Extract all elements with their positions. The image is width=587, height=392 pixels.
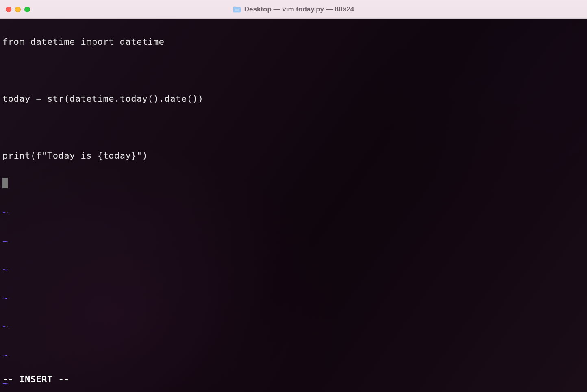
vim-mode-status: -- INSERT --: [2, 372, 70, 386]
empty-line-tilde: ~: [2, 376, 585, 390]
empty-line-tilde: ~: [2, 291, 585, 305]
empty-line-tilde: ~: [2, 262, 585, 277]
code-line: today = str(datetime.today().date()): [2, 91, 585, 106]
empty-line-tilde: ~: [2, 205, 585, 220]
cursor-block: [2, 178, 8, 188]
folder-icon: [233, 6, 241, 13]
empty-line-tilde: ~: [2, 319, 585, 333]
editor-content[interactable]: from datetime import datetime today = st…: [0, 19, 587, 392]
maximize-button[interactable]: [24, 7, 30, 12]
window-title: Desktop — vim today.py — 80×24: [233, 5, 354, 13]
svg-rect-0: [235, 9, 239, 11]
close-button[interactable]: [6, 7, 11, 12]
terminal-viewport[interactable]: from datetime import datetime today = st…: [0, 19, 587, 392]
window-title-text: Desktop — vim today.py — 80×24: [244, 5, 354, 13]
cursor-line: [2, 177, 585, 191]
code-line: [2, 120, 585, 134]
code-line: from datetime import datetime: [2, 35, 585, 49]
code-line: [2, 63, 585, 77]
empty-line-tilde: ~: [2, 234, 585, 248]
empty-line-tilde: ~: [2, 348, 585, 362]
minimize-button[interactable]: [15, 7, 21, 12]
code-line: print(f"Today is {today}"): [2, 148, 585, 163]
traffic-lights: [6, 7, 30, 12]
window-titlebar: Desktop — vim today.py — 80×24: [0, 0, 587, 19]
